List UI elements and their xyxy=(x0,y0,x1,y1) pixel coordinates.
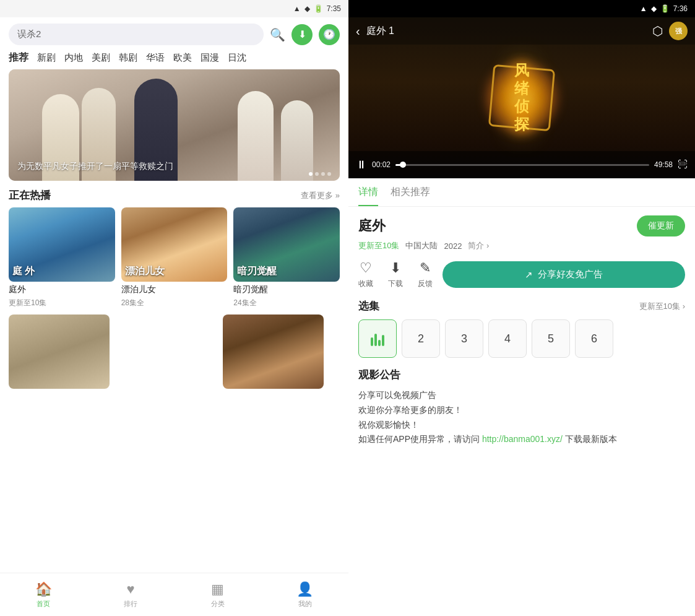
episode-btn-6[interactable]: 6 xyxy=(575,319,613,358)
bar-4 xyxy=(382,335,384,346)
episode-btn-1[interactable] xyxy=(358,319,397,358)
meta-intro-link[interactable]: 简介 › xyxy=(468,240,489,251)
card-title-2: 漂泊儿女 xyxy=(121,284,228,295)
episode-btn-2[interactable]: 2 xyxy=(402,319,440,358)
download-action-icon: ⬇ xyxy=(390,260,401,276)
notice-line-3: 祝你观影愉快！ xyxy=(358,420,419,430)
episodes-title: 选集 xyxy=(358,299,379,313)
second-thumb-2[interactable] xyxy=(116,315,217,389)
thumb-overlay-text-1: 庭 外 xyxy=(12,265,111,278)
action-collect[interactable]: ♡ 收藏 xyxy=(358,260,373,289)
vip-text: 强 xyxy=(675,27,682,36)
category-tabs: 推荐 新剧 内地 美剧 韩剧 华语 欧美 国漫 日沈 xyxy=(0,51,348,69)
category-tab-eu[interactable]: 欧美 xyxy=(173,52,192,64)
category-tab-kr[interactable]: 韩剧 xyxy=(119,52,137,64)
episode-btn-5[interactable]: 5 xyxy=(532,319,570,358)
hot-thumb-1: 庭 外 xyxy=(9,207,115,282)
thumb-overlay-text-2: 漂泊儿女 xyxy=(125,265,224,278)
episodes-section: 选集 更新至10集 › 2 3 xyxy=(358,299,685,358)
hot-section-header: 正在热播 查看更多 » xyxy=(0,181,348,207)
show-title-row: 庭外 催更新 xyxy=(358,215,685,236)
search-query-text: 误杀2 xyxy=(17,28,41,40)
category-tab-recommend[interactable]: 推荐 xyxy=(9,51,28,64)
category-tab-mainland[interactable]: 内地 xyxy=(64,52,83,64)
share-button[interactable]: ↗ 分享好友免广告 xyxy=(442,261,685,288)
nav-mine[interactable]: 👤 我的 xyxy=(261,573,348,616)
tab-related[interactable]: 相关推荐 xyxy=(391,186,430,206)
episodes-grid: 2 3 4 5 6 xyxy=(358,319,685,358)
time-right: 7:36 xyxy=(673,4,688,13)
heart-icon: ♡ xyxy=(360,260,372,276)
thumb-overlay-text-3: 暗刃觉醒 xyxy=(237,265,336,278)
second-thumb-3[interactable] xyxy=(223,315,324,389)
notice-section: 观影公告 分享可以免视频广告 欢迎你分享给更多的朋友！ 祝你观影愉快！ 如遇任何… xyxy=(358,368,685,447)
battery-icon-left: 🔋 xyxy=(314,4,323,13)
detail-content: 庭外 催更新 更新至10集 中国大陆 2022 简介 › ♡ 收藏 ⬇ 下载 xyxy=(348,207,695,616)
ep-num-5: 5 xyxy=(548,332,554,345)
nav-home[interactable]: 🏠 首页 xyxy=(0,573,87,616)
signal-icon-left: ◆ xyxy=(304,4,310,13)
category-tab-hua[interactable]: 华语 xyxy=(146,52,165,64)
hot-card-3[interactable]: 暗刃觉醒 暗刃觉醒 24集全 xyxy=(233,207,340,308)
search-bar: 误杀2 🔍 ⬇ 🕐 xyxy=(0,17,348,51)
notice-text: 分享可以免视频广告 欢迎你分享给更多的朋友！ 祝你观影愉快！ 如遇任何APP使用… xyxy=(358,388,685,447)
video-logo: 风绪侦探 xyxy=(478,54,565,141)
category-tab-anime[interactable]: 国漫 xyxy=(201,52,219,64)
tab-detail[interactable]: 详情 xyxy=(358,186,378,206)
hot-card-1[interactable]: 庭 外 庭外 更新至10集 xyxy=(9,207,115,308)
progress-dot xyxy=(400,162,406,168)
download-label: 下载 xyxy=(388,279,403,289)
action-feedback[interactable]: ✎ 反馈 xyxy=(418,260,433,289)
nav-mine-label: 我的 xyxy=(298,599,312,609)
hero-banner[interactable]: 为无数平凡女子推开了一扇平等救赎之门 xyxy=(9,69,340,181)
action-group: ♡ 收藏 ⬇ 下载 ✎ 反馈 xyxy=(358,260,433,289)
download-icon: ⬇ xyxy=(298,28,306,40)
notice-line-4: 如遇任何APP使用异常，请访问 xyxy=(358,434,480,444)
ep-num-4: 4 xyxy=(504,332,511,345)
episode-btn-4[interactable]: 4 xyxy=(488,319,527,358)
card-subtitle-1: 更新至10集 xyxy=(9,298,115,308)
video-title: 庭外 1 xyxy=(366,25,646,38)
wifi-icon-left: ▲ xyxy=(293,4,301,13)
hot-card-2[interactable]: 漂泊儿女 漂泊儿女 28集全 xyxy=(121,207,228,308)
fullscreen-button[interactable]: ⛶ xyxy=(678,159,688,170)
search-input-wrap[interactable]: 误杀2 xyxy=(9,24,264,45)
download-button[interactable]: ⬇ xyxy=(291,24,313,45)
logo-chinese-text: 风绪侦探 xyxy=(514,62,529,133)
search-button[interactable]: 🔍 xyxy=(270,27,285,42)
category-icon: ▦ xyxy=(211,581,224,597)
notice-link[interactable]: http://banma001.xyz/ xyxy=(482,434,563,444)
notice-line-1: 分享可以免视频广告 xyxy=(358,390,436,400)
nav-category[interactable]: ▦ 分类 xyxy=(175,573,262,616)
time-total: 49:58 xyxy=(654,160,673,169)
cast-button[interactable]: ⬡ xyxy=(652,24,663,38)
ranking-icon: ♥ xyxy=(127,581,135,597)
time-current: 00:02 xyxy=(372,160,391,169)
battery-icon-right: 🔋 xyxy=(660,4,670,13)
nav-ranking[interactable]: ♥ 排行 xyxy=(87,573,175,616)
notice-line-2: 欢迎你分享给更多的朋友！ xyxy=(358,405,462,415)
progress-bar[interactable] xyxy=(395,164,649,166)
episode-btn-3[interactable]: 3 xyxy=(445,319,483,358)
status-bar-right: ▲ ◆ 🔋 7:36 xyxy=(348,0,695,17)
category-tab-jp[interactable]: 日沈 xyxy=(228,52,246,64)
share-label: 分享好友免广告 xyxy=(538,269,603,280)
pause-button[interactable]: ⏸ xyxy=(356,158,367,171)
actions-row: ♡ 收藏 ⬇ 下载 ✎ 反馈 ↗ 分享好友免广告 xyxy=(358,260,685,289)
video-player[interactable]: ‹ 庭外 1 ⬡ 强 风绪侦探 ✏ ⏸ 00:02 xyxy=(348,17,695,178)
video-header: ‹ 庭外 1 ⬡ 强 xyxy=(348,17,695,45)
history-button[interactable]: 🕐 xyxy=(319,24,340,45)
urge-button[interactable]: 催更新 xyxy=(637,215,685,236)
second-thumb-1[interactable] xyxy=(9,315,110,389)
show-title: 庭外 xyxy=(358,217,386,235)
action-download[interactable]: ⬇ 下载 xyxy=(388,260,403,289)
back-button[interactable]: ‹ xyxy=(356,24,360,38)
banner-figure-4 xyxy=(238,91,274,181)
see-more-link[interactable]: 查看更多 » xyxy=(301,190,340,201)
episodes-count[interactable]: 更新至10集 › xyxy=(639,301,685,312)
vip-badge: 强 xyxy=(669,22,688,40)
category-tab-new[interactable]: 新剧 xyxy=(37,52,56,64)
category-tab-us[interactable]: 美剧 xyxy=(92,52,110,64)
feedback-label: 反馈 xyxy=(418,279,433,289)
card-title-1: 庭外 xyxy=(9,284,115,295)
